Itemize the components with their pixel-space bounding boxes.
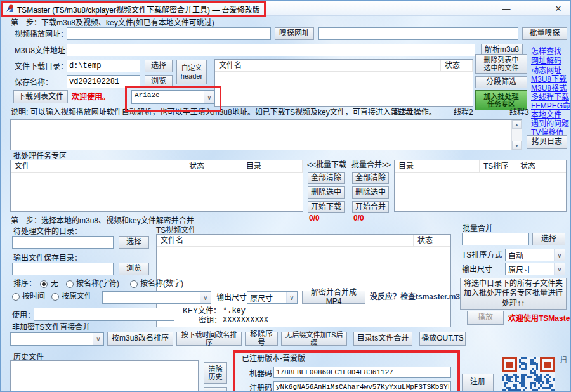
minimize-button[interactable]: — (494, 1, 518, 16)
log-scrollbar[interactable]: ▲ ▼ (511, 120, 522, 150)
sort-name-char-label: 按名称(字符) (76, 279, 119, 289)
delete-selected-merge-button[interactable]: 删除选中 (352, 186, 389, 199)
close-button[interactable]: ✕ (546, 1, 570, 16)
batch-merge-dir-input[interactable] (462, 233, 529, 245)
sort-none-radio[interactable] (40, 280, 48, 288)
column-directory: 目录 (242, 160, 303, 172)
output-size-select-right[interactable]: 原尺寸 ∨ (505, 263, 565, 275)
m3u8-url-label: M3U8文件地址： (15, 46, 73, 56)
key-label: 密钥： (199, 316, 221, 325)
thread3-label: 线程3 (509, 108, 529, 117)
delete-selected-files-button[interactable]: 删除列表中 选中的文件 (475, 54, 527, 74)
start-merge-button[interactable]: 开始合并 (352, 201, 389, 213)
browse-output-dir-button[interactable]: 浏览 (119, 263, 149, 275)
sort-name-num-label: 按名称(数字) (140, 279, 183, 289)
rename-by-m3u8-button[interactable]: 按m3u8改名排序 (107, 332, 173, 346)
origin-file-select[interactable]: ∨ (102, 291, 211, 304)
column-status: 状态 (414, 235, 450, 246)
pending-dir-label: 待处理文件的目录： (13, 227, 82, 237)
download-file-list[interactable]: 文件名 状态 (214, 59, 473, 107)
save-name-input[interactable] (67, 75, 140, 88)
step1-heading: 第一步：下载m3u8及视频、key文件(如已有本地文件可跳过) (11, 18, 214, 28)
pending-dir-input[interactable] (12, 236, 114, 249)
use-label: 使用： (12, 311, 35, 320)
output-dir-label: 输出文件保存目录： (13, 254, 82, 263)
batch-sniff-button[interactable]: 批量嗅探 (522, 27, 567, 40)
window-title: TSMaster (TS/m3u8/ckplayer视频文件下载解密合并工具) … (17, 4, 260, 15)
browse-button[interactable]: 浏览 (145, 75, 173, 88)
start-download-button[interactable]: 开始下载 (308, 201, 345, 213)
register-button[interactable]: 注册 (462, 374, 494, 391)
batch-download-list[interactable]: 文件 状态 目录 (10, 160, 303, 212)
output-size-select[interactable]: 原尺寸 ∨ (247, 291, 298, 304)
delete-selected-download-button[interactable]: 删除选中 (308, 186, 345, 199)
add-subfolders-to-batch-button[interactable]: 将选中目录下的所有子文件夹加入批处理任务专区批量进行处理↑↑ (460, 278, 567, 310)
ts-video-list-header: 文件名 状态 (157, 235, 450, 247)
thread2-label: 线程2 (454, 108, 473, 117)
sort-name-num-radio[interactable] (130, 280, 138, 288)
use-input[interactable] (34, 308, 174, 321)
play-out-ts-button[interactable]: 播放OUT.TS (419, 332, 466, 346)
registration-heading: 已注册版本-吾爱版 (242, 354, 305, 363)
output-size-value: 原尺寸 (247, 292, 286, 303)
output-dir-input[interactable] (12, 263, 114, 275)
machine-code-input[interactable] (273, 367, 451, 378)
batch-merge-list[interactable]: 目录 TS排序 状态 (394, 160, 567, 212)
key-file-label: KEY文件： (183, 306, 221, 316)
sniff-result-input[interactable] (318, 27, 518, 40)
ts-sort-value: 自动 (506, 249, 554, 261)
clear-all-merge-button[interactable]: 全部清除 (352, 172, 389, 184)
choose-dir-button[interactable]: 选择 (145, 60, 173, 72)
column-status: 状态 (441, 60, 473, 71)
output-size-label-right: 输出尺寸 (462, 265, 492, 275)
download-file-list-header: 文件名 状态 (215, 60, 473, 72)
custom-header-button[interactable]: 自定义 header (176, 60, 207, 84)
downloader-select[interactable]: Aria2c ∨ (131, 90, 215, 104)
scroll-up-icon[interactable]: ▲ (512, 120, 522, 129)
add-ts-suffix-button[interactable]: 无后缀文件加TS后缀 (281, 332, 347, 346)
reg-code-input[interactable] (273, 381, 451, 392)
output-size-value-right: 原尺寸 (506, 263, 554, 275)
sort-name-char-radio[interactable] (66, 280, 74, 288)
log-textarea[interactable]: ▲ ▼ (10, 119, 522, 150)
download-dir-input[interactable] (67, 60, 140, 72)
downloader-value: Aria2c (132, 91, 204, 103)
sniff-url-button[interactable]: 嗅探网址 (275, 27, 314, 40)
batch-download-list-header: 文件 状态 目录 (11, 160, 303, 173)
column-status: 状态 (185, 160, 242, 172)
play-button[interactable]: 播放 (467, 311, 504, 325)
app-icon (5, 4, 15, 13)
ts-sort-select[interactable]: 自动 ∨ (505, 249, 565, 261)
sort-time-radio[interactable] (12, 293, 20, 301)
download-list-file-button[interactable]: 下载列表文件 (13, 90, 68, 103)
machine-code-label: 机器码 (249, 369, 272, 379)
decrypt-merge-mp4-button[interactable]: 解密并合并成MP4 (302, 291, 365, 304)
video-url-label: 视频播放网址： (15, 30, 68, 39)
key-file-value: *.key (223, 306, 246, 316)
rename-by-time-button[interactable]: 按下载时间改名排序 (176, 332, 242, 346)
dir-ts-merge-button[interactable]: 目录ts文件合并 (353, 332, 412, 346)
choose-pending-dir-button[interactable]: 选择 (119, 236, 149, 249)
video-url-input[interactable] (67, 27, 271, 40)
hidden-bottom-button[interactable] (204, 387, 227, 392)
column-directory: 目录 (395, 160, 480, 172)
note-text: 说明: 可以输入视频播放网址软件自动解析，也可以手工填入m3u8地址。如已下载T… (11, 108, 436, 117)
history-list[interactable] (10, 360, 199, 392)
ts-sort-label: TS排序方式 (462, 251, 502, 260)
plain-merge-select[interactable]: ∨ (10, 332, 104, 346)
copy-log-button[interactable]: 拷贝日志 (527, 135, 567, 149)
clear-all-download-button[interactable]: 全部清除 (308, 172, 345, 184)
m3u8-url-input[interactable] (67, 44, 475, 56)
segment-filter-button[interactable]: 分段筛选 (475, 76, 527, 88)
chevron-down-icon: ∨ (554, 263, 565, 275)
sort-origin-radio[interactable] (51, 293, 59, 301)
choose-batch-merge-button[interactable]: 选择 (532, 233, 565, 245)
remove-seq-button[interactable]: 移除序号 (245, 332, 278, 346)
scroll-down-icon[interactable]: ▼ (512, 141, 522, 150)
batch-merge-list-header: 目录 TS排序 状态 (395, 160, 566, 173)
clear-history-button[interactable]: 清除 历史 (204, 362, 227, 384)
qr-code (502, 357, 555, 392)
download-count: 0/0 (309, 214, 320, 223)
key-value: XXXXXXXXXX (223, 316, 268, 325)
chevron-down-icon: ∨ (204, 91, 214, 103)
